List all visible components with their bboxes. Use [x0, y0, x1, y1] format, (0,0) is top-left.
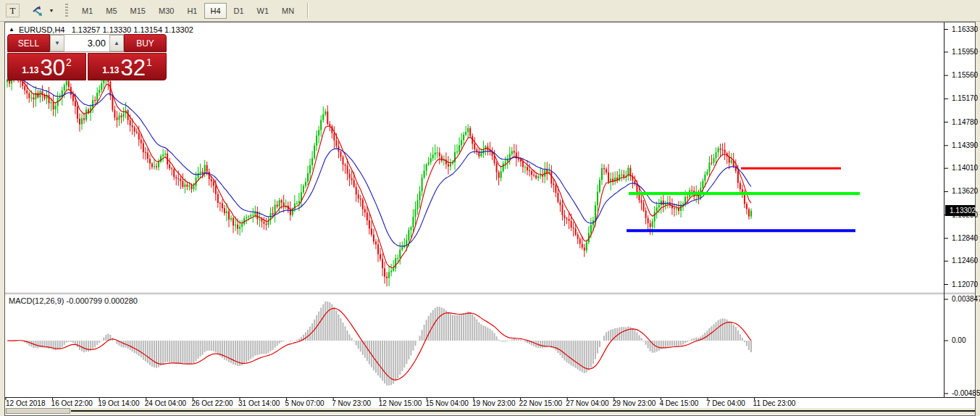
- timeframe-button-h1[interactable]: H1: [181, 3, 203, 19]
- price-tick-label: 1.14390: [952, 141, 978, 149]
- timeframe-button-m15[interactable]: M15: [125, 3, 151, 19]
- one-click-panel-toggle-icon[interactable]: ▲: [9, 26, 14, 33]
- volume-input[interactable]: [64, 35, 109, 51]
- macd-tick-label: 0.003847: [952, 295, 980, 303]
- sell-price-prefix: 1.13: [22, 65, 38, 75]
- time-tick-label: 7 Nov 23:00: [332, 399, 371, 407]
- volume-increase-button[interactable]: ▲: [109, 35, 124, 51]
- buy-price-point: 1: [146, 57, 152, 68]
- timeframe-button-h4[interactable]: H4: [204, 3, 226, 19]
- mt4-terminal: { "ui": { "collapse_arrow": "▲", "caret_…: [0, 0, 980, 416]
- price-tick-label: 1.14780: [952, 118, 978, 126]
- timeframe-button-d1[interactable]: D1: [228, 3, 250, 19]
- chart-info-line: ▲ EURUSD,H4 1.13257 1.13330 1.13154 1.13…: [9, 25, 193, 34]
- horizontal-scrollbar: [5, 408, 975, 415]
- price-tick-label: 1.15950: [952, 48, 978, 56]
- time-tick-label: 5 Nov 07:00: [285, 399, 324, 407]
- scrollbar-thumb[interactable]: [6, 408, 70, 414]
- time-tick-label: 29 Nov 23:00: [613, 399, 656, 407]
- macd-tick-label: 0.00: [952, 336, 966, 344]
- timeframe-button-group: M1M5M15M30H1H4D1W1MN: [75, 3, 301, 19]
- one-click-trade-panel: SELL ▼ ▲ BUY 1.13 30 2 1.13: [7, 34, 167, 80]
- time-tick-label: 16 Oct 22:00: [51, 399, 93, 407]
- price-tick-label: 1.12460: [952, 257, 978, 265]
- macd-indicator-label: MACD(12,26,9) -0.000799 0.000280: [9, 296, 138, 305]
- timeframe-button-m30[interactable]: M30: [153, 3, 180, 19]
- volume-decrease-button[interactable]: ▼: [50, 35, 64, 51]
- buy-button[interactable]: BUY: [124, 34, 167, 52]
- buy-price-button[interactable]: 1.13 32 1: [88, 53, 167, 80]
- time-tick-label: 31 Oct 14:00: [238, 399, 280, 407]
- price-tick-label: 1.16330: [952, 25, 978, 33]
- arrows-tool-icon: [31, 5, 44, 17]
- time-tick-label: 26 Oct 22:00: [191, 399, 233, 407]
- price-tick-label: 1.15560: [952, 71, 978, 79]
- arrows-dropdown-caret[interactable]: ▼: [48, 3, 55, 19]
- arrows-tool-button[interactable]: [30, 3, 46, 19]
- price-tick-label: 1.14010: [952, 164, 978, 172]
- sell-price-pips: 30: [41, 57, 65, 79]
- buy-button-label: BUY: [136, 38, 154, 49]
- price-tick-label: 1.12840: [952, 234, 978, 242]
- timeframe-button-mn[interactable]: MN: [276, 3, 300, 19]
- text-tool-icon: T: [10, 5, 16, 16]
- spin-down-icon: ▼: [54, 40, 60, 46]
- toolbar-separator: [307, 3, 309, 18]
- chart-window: ▲ EURUSD,H4 1.13257 1.13330 1.13154 1.13…: [4, 22, 976, 416]
- macd-tick-label: -0.004856: [952, 389, 980, 397]
- sell-button-label: SELL: [18, 38, 39, 49]
- scrollbar-track-line: [71, 410, 975, 412]
- time-tick-label: 12 Oct 2018: [6, 399, 45, 407]
- symbol-ohlc-text: EURUSD,H4 1.13257 1.13330 1.13154 1.1330…: [19, 25, 193, 34]
- sell-price-button[interactable]: 1.13 30 2: [7, 53, 86, 80]
- price-tick-label: 1.13620: [952, 187, 978, 195]
- time-tick-label: 12 Nov 15:00: [379, 399, 422, 407]
- price-tick-label: 1.15170: [952, 94, 978, 102]
- time-tick-label: 22 Nov 15:00: [519, 399, 563, 407]
- timeframe-button-m5[interactable]: M5: [100, 3, 122, 19]
- time-tick-label: 19 Oct 14:00: [98, 399, 139, 407]
- spin-up-icon: ▲: [114, 40, 120, 46]
- time-tick-label: 7 Dec 04:00: [706, 399, 745, 407]
- time-tick-label: 27 Nov 04:00: [566, 399, 609, 407]
- time-axis[interactable]: 12 Oct 201816 Oct 22:0019 Oct 14:0024 Oc…: [5, 399, 945, 409]
- time-tick-label: 19 Nov 23:00: [472, 399, 516, 407]
- toolbar: T ▼ M1M5M15M30H1H4D1W1MN: [0, 0, 980, 22]
- sell-price-point: 2: [66, 57, 72, 68]
- time-tick-label: 15 Nov 04:00: [425, 399, 469, 407]
- volume-stepper: ▼ ▲: [50, 34, 124, 52]
- toolbar-drag-handle[interactable]: [65, 4, 68, 18]
- time-tick-label: 4 Dec 15:00: [659, 399, 698, 407]
- time-tick-label: 11 Dec 23:00: [753, 399, 796, 407]
- timeframe-button-m1[interactable]: M1: [76, 3, 99, 19]
- buy-price-pips: 32: [121, 57, 146, 79]
- price-axis[interactable]: 1.13302 1.163301.159501.155601.151701.14…: [945, 22, 975, 397]
- sell-button[interactable]: SELL: [7, 34, 50, 52]
- text-tool-button[interactable]: T: [6, 4, 20, 17]
- buy-price-prefix: 1.13: [102, 65, 119, 75]
- time-tick-label: 24 Oct 04:00: [145, 399, 186, 407]
- timeframe-button-w1[interactable]: W1: [251, 3, 275, 19]
- caret-down-icon: ▼: [49, 8, 54, 13]
- chart-canvas[interactable]: [5, 22, 975, 415]
- current-price-badge: 1.13302: [945, 205, 975, 216]
- price-tick-label: 1.12070: [952, 280, 978, 288]
